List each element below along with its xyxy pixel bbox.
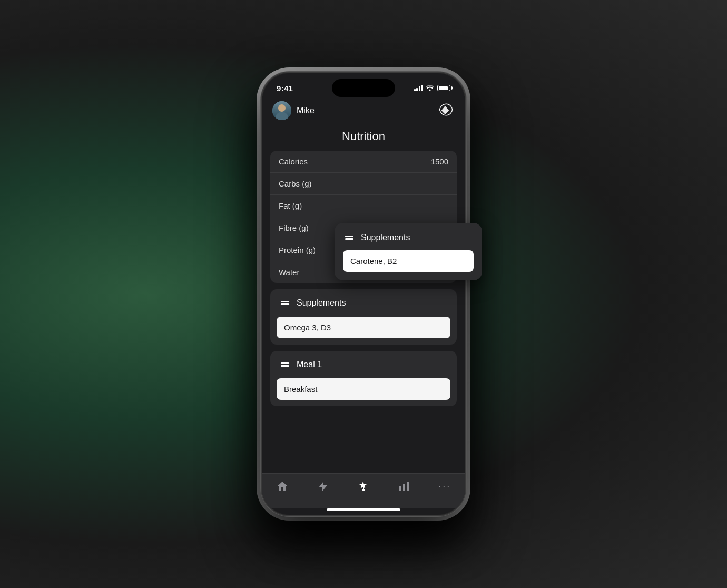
svg-rect-11 (403, 484, 405, 491)
user-info: Mike (272, 101, 315, 120)
app-header: Mike (262, 96, 465, 125)
nav-tools[interactable] (317, 480, 329, 493)
user-name: Mike (297, 106, 315, 115)
meal1-header: Meal 1 (270, 351, 457, 378)
svg-point-16 (346, 238, 347, 240)
meal1-icon (279, 358, 291, 371)
fat-row[interactable]: Fat (g) (270, 195, 457, 217)
water-label: Water (279, 268, 299, 277)
nav-stats[interactable] (398, 480, 410, 493)
svg-point-2 (281, 301, 283, 302)
calories-label: Calories (279, 157, 308, 166)
nav-home[interactable] (276, 480, 289, 493)
svg-rect-1 (281, 303, 289, 305)
avatar (272, 101, 291, 120)
tooltip-supplements-icon (343, 231, 356, 244)
calories-row: Calories 1500 (270, 151, 457, 173)
supplements-input[interactable] (277, 317, 450, 338)
logo-icon (436, 100, 455, 121)
nav-more[interactable]: ··· (438, 481, 451, 493)
supplements-icon (279, 297, 291, 309)
svg-point-3 (281, 303, 283, 305)
svg-rect-9 (363, 487, 364, 490)
svg-rect-0 (281, 301, 289, 302)
calories-value: 1500 (431, 157, 448, 166)
nav-nutrition[interactable] (357, 480, 370, 493)
svg-point-7 (281, 365, 283, 367)
battery-icon (437, 85, 450, 91)
meal1-title: Meal 1 (297, 360, 322, 369)
tooltip-header: Supplements (343, 231, 474, 244)
svg-rect-14 (345, 238, 353, 240)
tooltip-popup: Supplements (335, 223, 482, 280)
protein-label: Protein (g) (279, 246, 316, 254)
wifi-icon (426, 84, 434, 92)
fat-label: Fat (g) (279, 201, 302, 210)
carbs-row[interactable]: Carbs (g) (270, 173, 457, 195)
tooltip-title: Supplements (361, 233, 410, 242)
meal1-input-wrapper (270, 378, 457, 406)
svg-rect-5 (281, 365, 289, 367)
supplements-section: Supplements (270, 289, 457, 345)
supplements-input-wrapper (270, 317, 457, 345)
fibre-row[interactable]: Fibre (g) (270, 217, 457, 239)
svg-rect-12 (407, 482, 409, 491)
svg-rect-13 (345, 236, 353, 237)
water-row: Water 1.5 (270, 261, 457, 283)
status-icons (414, 84, 451, 92)
scroll-area: Calories 1500 Carbs (g) Fat (g) Fibre (g… (262, 151, 465, 473)
meal1-section: Meal 1 (270, 351, 457, 406)
svg-point-15 (346, 236, 347, 237)
fibre-label: Fibre (g) (279, 223, 309, 232)
page-title: Nutrition (262, 125, 465, 151)
bottom-nav: ··· (262, 473, 465, 508)
svg-rect-8 (362, 489, 365, 491)
carbs-label: Carbs (g) (279, 179, 312, 188)
nutrition-goals-card: Calories 1500 Carbs (g) Fat (g) Fibre (g… (270, 151, 457, 283)
dynamic-island (332, 79, 395, 97)
protein-row: Protein (g) 60 (270, 239, 457, 261)
status-bar: 9:41 (262, 73, 465, 96)
svg-rect-4 (281, 362, 289, 364)
home-indicator (327, 508, 400, 511)
protein-value: 60 (439, 246, 448, 254)
status-time: 9:41 (277, 84, 293, 93)
supplements-title: Supplements (297, 298, 346, 308)
svg-rect-10 (399, 486, 401, 491)
meal1-input[interactable] (277, 378, 450, 400)
svg-point-6 (281, 362, 283, 364)
supplements-header: Supplements (270, 289, 457, 317)
tooltip-input[interactable] (343, 250, 474, 272)
signal-icon (414, 85, 423, 91)
water-value: 1.5 (437, 268, 448, 277)
